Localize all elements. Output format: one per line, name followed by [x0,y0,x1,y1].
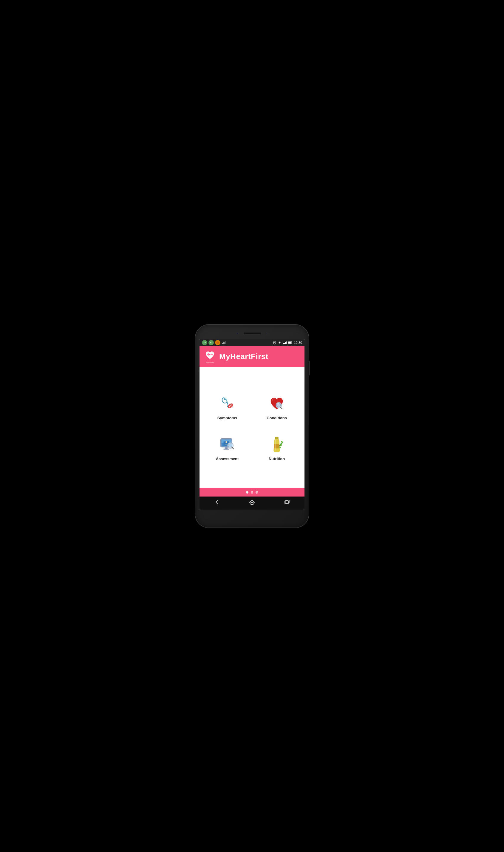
page-dot-3[interactable] [256,491,258,493]
signal-bars-icon [222,341,226,344]
app-logo: MyHeartFirst [204,350,216,364]
svg-rect-35 [251,503,253,505]
menu-item-symptoms[interactable]: Symptoms [205,391,249,423]
alarm-icon [273,341,276,344]
status-time: 12:30 [294,341,302,344]
nutrition-icon [267,435,286,454]
menu-item-assessment[interactable]: Assessment [205,432,249,464]
page-dots [199,488,305,496]
phone-top-hardware [199,329,305,338]
android-nav-bar [199,496,305,510]
wifi-icon [278,341,282,344]
app-content: Symptoms [199,367,305,488]
page-dot-1[interactable] [246,491,248,493]
battery-icon [288,341,292,344]
svg-rect-8 [284,343,285,344]
status-left-icons: 22 22 [202,340,226,345]
phone-screen: 22 22 [199,339,305,510]
svg-rect-13 [288,342,291,344]
earpiece-speaker [244,332,261,334]
symptoms-label: Symptoms [217,416,237,420]
app-title: MyHeartFirst [219,352,268,361]
app-logo-icon [204,349,216,362]
svg-point-6 [280,343,280,344]
phone-device: 22 22 [195,325,309,528]
volume-button [309,361,309,376]
notification-badge-3 [215,340,220,345]
phone-bottom-hardware [199,510,305,514]
nav-recents-button[interactable] [281,496,292,509]
svg-rect-34 [275,437,278,439]
notification-badge-2: 22 [209,340,214,345]
conditions-label: Conditions [267,416,287,420]
svg-line-4 [273,341,274,342]
menu-item-nutrition[interactable]: Nutrition [255,432,299,464]
signal-icon [283,341,287,344]
svg-rect-7 [283,343,284,344]
proximity-sensor [266,332,268,334]
assessment-icon [218,435,237,454]
front-camera [236,332,238,334]
page-dot-2[interactable] [251,491,253,493]
svg-rect-12 [292,342,292,343]
conditions-icon [267,394,286,413]
svg-point-26 [226,441,227,443]
status-bar: 22 22 [199,339,305,346]
nutrition-label: Nutrition [269,457,285,461]
logo-subtext: MyHeartFirst [206,362,214,364]
svg-rect-33 [274,444,279,448]
nav-home-button[interactable] [246,496,258,509]
assessment-label: Assessment [216,457,239,461]
menu-item-conditions[interactable]: Conditions [255,391,299,423]
svg-point-14 [224,398,226,400]
svg-rect-9 [285,342,286,344]
app-header: MyHeartFirst MyHeartFirst [199,346,305,367]
svg-line-5 [275,341,276,342]
svg-rect-10 [286,342,287,344]
notification-badge-1: 22 [202,340,207,345]
symptoms-icon [218,394,237,413]
status-right-icons: 12:30 [273,341,302,344]
svg-rect-28 [223,449,229,449]
menu-grid: Symptoms [205,391,299,464]
svg-point-0 [217,342,219,344]
nav-back-button[interactable] [212,496,223,509]
